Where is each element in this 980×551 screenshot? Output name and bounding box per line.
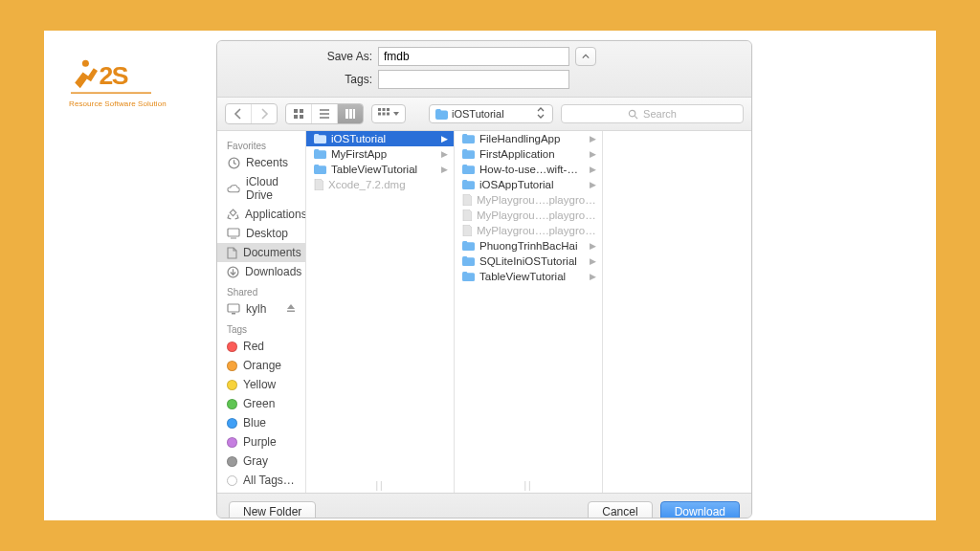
file-row[interactable]: PhuongTrinhBacHai▶ [455,238,602,253]
svg-rect-17 [383,113,386,116]
file-name: PhuongTrinhBacHai [479,240,585,252]
svg-rect-3 [294,109,298,113]
sidebar-item[interactable]: Desktop [217,224,305,243]
sidebar-item-label: Orange [243,359,281,372]
sidebar-tag-item[interactable]: Red [217,337,305,356]
tags-label: Tags: [227,73,372,86]
sidebar-tag-item[interactable]: Yellow [217,375,305,394]
file-name: iOSAppTutorial [479,179,585,190]
search-field[interactable]: Search [561,104,744,123]
group-by-button[interactable] [371,104,406,123]
file-row[interactable]: iOSAppTutorial▶ [455,177,602,192]
tag-color-icon [227,437,237,448]
svg-rect-22 [228,229,239,236]
sidebar-item[interactable]: kylh [217,299,305,319]
chevron-right-icon [258,108,270,120]
folder-icon [462,272,475,281]
file-name: TableViewTutorial [479,271,585,282]
folder-icon [314,134,326,143]
save-dialog: Save As: Tags: [216,40,752,518]
dialog-header: Save As: Tags: [217,41,751,98]
svg-rect-25 [228,304,239,312]
svg-rect-27 [287,311,295,313]
file-name: Xcode_7.2.dmg [328,179,448,190]
file-row[interactable]: SQLiteIniOSTutorial▶ [455,253,602,269]
svg-rect-15 [387,108,390,111]
list-icon [319,108,330,120]
svg-rect-2 [71,92,151,93]
file-row[interactable]: MyPlaygrou….playground [455,208,602,223]
sidebar-tag-item[interactable]: Gray [217,452,305,471]
file-row[interactable]: Xcode_7.2.dmg [306,177,454,192]
chevron-down-icon [393,112,399,116]
view-list-button[interactable] [312,104,338,123]
file-row[interactable]: TableViewTutorial▶ [306,162,454,177]
grid-icon [293,108,304,120]
sidebar-item-label: Documents [243,246,301,259]
eject-icon[interactable] [286,302,296,316]
sidebar-item-label: Green [243,397,275,410]
file-name: TableViewTutorial [331,164,436,175]
tags-input[interactable] [378,70,569,89]
download-button[interactable]: Download [660,501,740,518]
sidebar-tag-item[interactable]: Purple [217,432,305,452]
svg-rect-6 [300,115,303,119]
svg-point-19 [629,110,635,116]
sidebar-item[interactable]: iCloud Drive [217,172,305,205]
sidebar-item[interactable]: Applications [217,205,305,224]
view-icons-button[interactable] [286,104,312,123]
sidebar-section-shared: Shared [217,281,305,299]
sidebar-section-tags: Tags [217,319,305,337]
sidebar-item-label: Recents [246,156,288,169]
forward-button[interactable] [252,104,277,123]
new-folder-button[interactable]: New Folder [229,501,316,518]
svg-rect-12 [353,109,355,119]
view-columns-button[interactable] [338,104,363,123]
file-row[interactable]: MyPlaygrou….playground [455,223,602,238]
file-row[interactable]: MyPlaygrou….playground [455,192,602,208]
tag-color-icon [227,456,237,467]
brand-tagline: Resource Software Solution [69,99,184,108]
file-icon [462,225,472,236]
columns-icon [345,108,356,120]
svg-rect-14 [383,108,386,111]
file-name: SQLiteIniOSTutorial [479,255,585,267]
apps-icon [227,208,239,221]
sidebar-tag-item[interactable]: Green [217,394,305,413]
collapse-expand-button[interactable] [575,47,596,66]
grid-small-icon [378,108,390,120]
tag-all-icon [227,475,237,486]
desktop-icon [227,227,240,240]
sidebar-item[interactable]: Documents [217,243,305,262]
back-button[interactable] [226,104,252,123]
file-row[interactable]: FirstApplication▶ [455,146,602,162]
sidebar-item-label: kylh [246,302,266,316]
sidebar-item[interactable]: Downloads [217,262,305,281]
chevron-right-icon: ▶ [590,272,596,281]
sidebar-item-label: Purple [243,435,277,449]
file-row[interactable]: TableViewTutorial▶ [455,269,602,284]
cloud-icon [227,182,240,195]
sidebar-tag-item[interactable]: Orange [217,356,305,375]
nav-back-forward [225,103,278,124]
sidebar-item[interactable]: Recents [217,153,305,172]
svg-rect-5 [294,115,298,119]
location-name: iOSTutorial [452,108,529,120]
file-name: MyPlaygrou….playground [477,194,596,206]
sidebar-tag-item[interactable]: All Tags… [217,471,305,490]
save-as-input[interactable] [378,47,569,66]
cancel-button[interactable]: Cancel [588,501,652,518]
file-row[interactable]: MyFirstApp▶ [306,146,454,162]
file-name: iOSTutorial [331,133,436,144]
sidebar-item-label: Red [243,340,264,353]
file-row[interactable]: FileHandlingApp▶ [455,131,602,146]
file-row[interactable]: How-to-use…wift-master▶ [455,162,602,177]
location-popup[interactable]: iOSTutorial [429,104,553,123]
file-row[interactable]: iOSTutorial▶ [306,131,454,146]
chevron-right-icon: ▶ [590,149,596,159]
file-icon [462,209,472,221]
chevron-right-icon: ▶ [590,165,596,174]
chevron-left-icon [233,108,244,120]
tag-color-icon [227,361,237,371]
sidebar-tag-item[interactable]: Blue [217,413,305,432]
